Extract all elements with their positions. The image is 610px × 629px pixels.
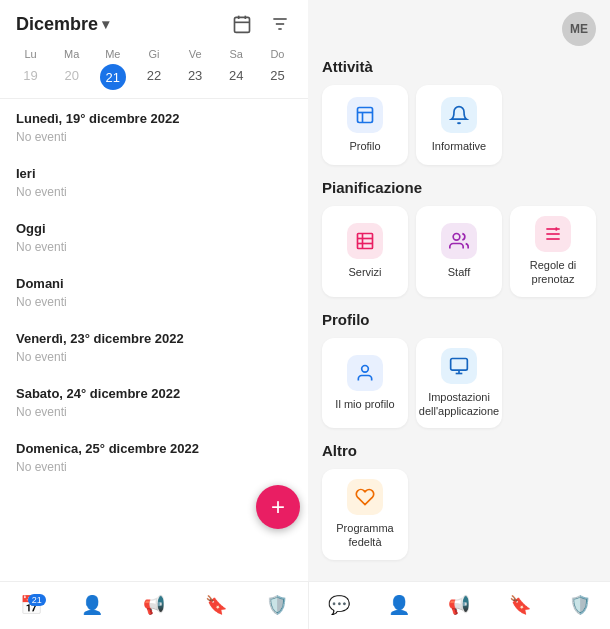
contacts-nav-icon: 👤: [81, 594, 103, 616]
calendar-day[interactable]: 23: [175, 64, 216, 90]
menu-card-informative[interactable]: Informative: [416, 85, 502, 165]
right-panel: ME Attività Profilo Informative: [308, 0, 610, 581]
bottom-nav: 21 📅 👤 📢 🔖 🛡️ 💬 👤 📢 🔖 🛡️: [0, 581, 610, 629]
filter-icon[interactable]: [268, 12, 292, 36]
menu-card-profilo[interactable]: Profilo: [322, 85, 408, 165]
svg-rect-0: [235, 17, 250, 32]
no-events-label: No eventi: [16, 350, 292, 364]
chat-nav-icon: 💬: [328, 594, 350, 616]
profile-nav-icon: 👤: [388, 594, 410, 616]
profilo-grid: Il mio profilo Impostazioni dell'applica…: [322, 338, 596, 429]
bookmarks-right-nav-icon: 🔖: [509, 594, 531, 616]
nav-chat[interactable]: 💬: [328, 594, 350, 617]
announcements-nav-icon: 📢: [448, 594, 470, 616]
nav-bookmarks-right[interactable]: 🔖: [509, 594, 531, 617]
event-section-0: Lunedì, 19° dicembre 2022 No eventi: [16, 99, 292, 154]
no-events-label: No eventi: [16, 240, 292, 254]
menu-card-mio-profilo[interactable]: Il mio profilo: [322, 338, 408, 429]
security-nav-icon: 🛡️: [266, 594, 288, 616]
calendar-days-row: 19 20 21 22 23 24 25: [0, 64, 308, 98]
attivita-grid: Profilo Informative: [322, 85, 596, 165]
event-section-6: Domenica, 25° dicembre 2022 No eventi: [16, 429, 292, 484]
staff-label: Staff: [448, 265, 470, 279]
event-day-title: Sabato, 24° dicembre 2022: [16, 386, 292, 401]
day-do: Do: [257, 44, 298, 64]
no-events-label: No eventi: [16, 460, 292, 474]
pianificazione-grid: Servizi Staff Regole di prenotaz: [322, 206, 596, 297]
svg-point-14: [453, 234, 460, 241]
day-gi: Gi: [133, 44, 174, 64]
day-ve: Ve: [175, 44, 216, 64]
calendar-day[interactable]: 19: [10, 64, 51, 90]
month-title[interactable]: Dicembre ▾: [16, 14, 109, 35]
calendar-day[interactable]: 25: [257, 64, 298, 90]
altro-grid: Programma fedeltà: [322, 469, 596, 560]
informative-icon: [441, 97, 477, 133]
chevron-down-icon: ▾: [102, 16, 109, 32]
section-attivita-title: Attività: [322, 58, 596, 75]
regole-icon: [535, 216, 571, 252]
day-me: Me: [92, 44, 133, 64]
nav-shield-right[interactable]: 🛡️: [569, 594, 591, 617]
menu-card-servizi[interactable]: Servizi: [322, 206, 408, 297]
no-events-label: No eventi: [16, 130, 292, 144]
menu-card-programma[interactable]: Programma fedeltà: [322, 469, 408, 560]
nav-notifications[interactable]: 📢: [143, 594, 165, 617]
nav-bookmarks[interactable]: 🔖: [205, 594, 227, 617]
calendar-header: Dicembre ▾: [0, 0, 308, 44]
programma-icon: [347, 479, 383, 515]
profilo-icon: [347, 97, 383, 133]
calendar-day[interactable]: 20: [51, 64, 92, 90]
nav-profile[interactable]: 👤: [388, 594, 410, 617]
impostazioni-icon: [441, 348, 477, 384]
servizi-icon: [347, 223, 383, 259]
regole-label: Regole di prenotaz: [516, 258, 590, 287]
event-day-title: Oggi: [16, 221, 292, 236]
menu-card-regole[interactable]: Regole di prenotaz: [510, 206, 596, 297]
section-profilo-title: Profilo: [322, 311, 596, 328]
nav-announcements[interactable]: 📢: [448, 594, 470, 617]
bottom-nav-left: 21 📅 👤 📢 🔖 🛡️: [0, 582, 308, 629]
bookmarks-nav-icon: 🔖: [205, 594, 227, 616]
menu-card-impostazioni[interactable]: Impostazioni dell'applicazione: [416, 338, 502, 429]
mio-profilo-icon: [347, 355, 383, 391]
bottom-nav-right: 💬 👤 📢 🔖 🛡️: [309, 582, 610, 629]
servizi-label: Servizi: [348, 265, 381, 279]
no-events-label: No eventi: [16, 295, 292, 309]
calendar-day[interactable]: 22: [133, 64, 174, 90]
right-header: ME: [322, 12, 596, 46]
svg-rect-10: [358, 234, 373, 249]
svg-point-19: [362, 365, 369, 372]
mio-profilo-label: Il mio profilo: [335, 397, 394, 411]
event-section-3: Domani No eventi: [16, 264, 292, 319]
programma-label: Programma fedeltà: [328, 521, 402, 550]
svg-rect-7: [358, 107, 373, 122]
no-events-label: No eventi: [16, 185, 292, 199]
calendar-day-today[interactable]: 21: [100, 64, 126, 90]
fab-add-button[interactable]: +: [256, 485, 300, 529]
svg-rect-20: [451, 358, 468, 370]
informative-label: Informative: [432, 139, 486, 153]
section-altro-title: Altro: [322, 442, 596, 459]
avatar[interactable]: ME: [562, 12, 596, 46]
event-section-4: Venerdì, 23° dicembre 2022 No eventi: [16, 319, 292, 374]
event-day-title: Domenica, 25° dicembre 2022: [16, 441, 292, 456]
section-pianificazione-title: Pianificazione: [322, 179, 596, 196]
impostazioni-label: Impostazioni dell'applicazione: [419, 390, 499, 419]
nav-calendar[interactable]: 21 📅: [20, 594, 42, 617]
event-day-title: Domani: [16, 276, 292, 291]
calendar-icon[interactable]: [230, 12, 254, 36]
event-day-title: Lunedì, 19° dicembre 2022: [16, 111, 292, 126]
notifications-nav-icon: 📢: [143, 594, 165, 616]
day-lu: Lu: [10, 44, 51, 64]
staff-icon: [441, 223, 477, 259]
week-day-labels: Lu Ma Me Gi Ve Sa Do: [0, 44, 308, 64]
event-section-1: Ieri No eventi: [16, 154, 292, 209]
profilo-label: Profilo: [349, 139, 380, 153]
event-day-title: Ieri: [16, 166, 292, 181]
nav-contacts[interactable]: 👤: [81, 594, 103, 617]
menu-card-staff[interactable]: Staff: [416, 206, 502, 297]
calendar-day[interactable]: 24: [216, 64, 257, 90]
header-actions: [230, 12, 292, 36]
nav-security[interactable]: 🛡️: [266, 594, 288, 617]
